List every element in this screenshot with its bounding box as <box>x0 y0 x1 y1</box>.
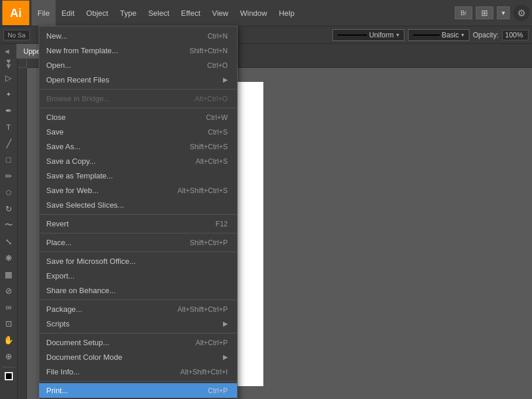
menu-item-revert[interactable]: Revert F12 <box>39 216 237 231</box>
menu-item-package[interactable]: Package... Alt+Shift+Ctrl+P <box>39 302 237 317</box>
menu-label-save-slices: Save Selected Slices... <box>46 201 124 209</box>
opacity-value[interactable]: 100% <box>502 30 528 40</box>
blob-brush-tool[interactable]: ⬠ <box>2 185 16 200</box>
zoom-tool[interactable]: ⊕ <box>2 349 16 363</box>
menu-item-file-info[interactable]: File Info... Alt+Shift+Ctrl+I <box>39 364 237 379</box>
menu-item-save-office[interactable]: Save for Microsoft Office... <box>39 254 237 269</box>
menu-file[interactable]: File <box>32 0 56 26</box>
menu-item-save-copy[interactable]: Save a Copy... Alt+Ctrl+S <box>39 154 237 168</box>
menu-item-save-as-template[interactable]: Save as Template... <box>39 168 237 183</box>
menu-item-save-for-web[interactable]: Save for Web... Alt+Shift+Ctrl+S <box>39 183 237 198</box>
arrange-dropdown[interactable]: ▾ <box>497 6 510 19</box>
shape-tool[interactable]: □ <box>2 153 16 167</box>
paintbrush-tool[interactable]: ✏ <box>2 169 16 183</box>
menu-help[interactable]: Help <box>273 0 300 26</box>
menu-label-revert: Revert <box>46 219 68 228</box>
sep-8 <box>39 381 237 381</box>
menu-label-print: Print... <box>46 386 68 395</box>
menu-label-save-as-template: Save as Template... <box>46 171 113 180</box>
settings-icon[interactable]: ⚙ <box>513 5 530 21</box>
sep-1 <box>39 89 237 90</box>
menu-item-export[interactable]: Export... <box>39 269 237 283</box>
menu-item-scripts[interactable]: Scripts ▶ <box>39 317 237 331</box>
menu-item-save[interactable]: Save Ctrl+S <box>39 125 237 139</box>
shortcut-file-info: Alt+Shift+Ctrl+I <box>180 368 228 376</box>
menu-bar-right: Br ⊞ ▾ ⚙ <box>455 5 530 21</box>
shortcut-save-web: Alt+Shift+Ctrl+S <box>177 187 228 195</box>
menu-edit[interactable]: Edit <box>56 0 80 26</box>
arrow-scripts: ▶ <box>223 320 228 328</box>
menu-type[interactable]: Type <box>114 0 142 26</box>
menu-window[interactable]: Window <box>234 0 273 26</box>
arrow-open-recent: ▶ <box>223 76 228 84</box>
menu-item-save-as[interactable]: Save As... Shift+Ctrl+S <box>39 139 237 154</box>
pen-tool[interactable]: ✒ <box>2 104 16 118</box>
sep-6 <box>39 300 237 300</box>
menu-label-open: Open... <box>46 61 71 70</box>
menu-label-new: New... <box>46 32 67 40</box>
sep-7 <box>39 333 237 333</box>
menu-effect[interactable]: Effect <box>175 0 206 26</box>
eyedropper-tool[interactable]: ⊘ <box>2 284 16 298</box>
app-logo: Ai <box>2 1 29 25</box>
artboard-tool[interactable]: ⊡ <box>2 317 16 331</box>
hand-tool[interactable]: ✋ <box>2 333 16 347</box>
stroke-type-arrow: ▾ <box>396 32 399 38</box>
menu-item-save-slices[interactable]: Save Selected Slices... <box>39 198 237 212</box>
graph-tool[interactable]: ▦ <box>2 267 16 281</box>
ruler-corner <box>18 59 27 68</box>
menu-label-close: Close <box>46 113 66 122</box>
stroke-profile-dropdown[interactable]: Basic ▾ <box>408 29 469 41</box>
shortcut-save-copy: Alt+Ctrl+S <box>195 157 228 166</box>
menu-select[interactable]: Select <box>142 0 175 26</box>
menu-item-open-recent[interactable]: Open Recent Files ▶ <box>39 73 237 87</box>
menu-label-place: Place... <box>46 238 71 247</box>
sep-2 <box>39 108 237 108</box>
menu-item-place[interactable]: Place... Shift+Ctrl+P <box>39 235 237 250</box>
line-tool[interactable]: ╱ <box>2 136 16 150</box>
shortcut-close: Ctrl+W <box>206 113 228 122</box>
shortcut-new-template: Shift+Ctrl+N <box>190 47 228 55</box>
menu-label-package: Package... <box>46 305 82 314</box>
menu-item-share-behance[interactable]: Share on Behance... <box>39 283 237 298</box>
menu-items: File Edit Object Type Select Effect View… <box>32 0 300 26</box>
shortcut-new: Ctrl+N <box>208 32 228 40</box>
sep-4 <box>39 233 237 233</box>
blend-tool[interactable]: ∞ <box>2 300 16 314</box>
menu-item-document-setup[interactable]: Document Setup... Alt+Ctrl+P <box>39 335 237 350</box>
ruler-indicator: ▶▶ <box>5 60 12 69</box>
bridge-button[interactable]: Br <box>455 6 472 19</box>
menu-label-save-office: Save for Microsoft Office... <box>46 257 136 266</box>
type-tool[interactable]: T <box>2 120 16 134</box>
menu-label-open-recent: Open Recent Files <box>46 75 109 84</box>
stroke-type-dropdown[interactable]: Uniform ▾ <box>332 29 404 41</box>
shortcut-save: Ctrl+S <box>208 128 228 136</box>
menu-label-save-web: Save for Web... <box>46 186 98 195</box>
opacity-label: Opacity: <box>473 31 499 39</box>
tab-scroll-left[interactable]: ◀ <box>5 48 16 54</box>
warp-tool[interactable]: 〜 <box>2 218 16 232</box>
fill-stroke-colors[interactable] <box>5 372 13 380</box>
sep-3 <box>39 214 237 215</box>
menu-item-bridge[interactable]: Browse in Bridge... Alt+Ctrl+O <box>39 91 237 106</box>
stroke-type-label: Uniform <box>369 31 394 39</box>
direct-select-tool[interactable]: ✦ <box>2 87 16 101</box>
menu-object[interactable]: Object <box>80 0 114 26</box>
selection-tool[interactable]: ▷ <box>2 71 16 85</box>
menu-view[interactable]: View <box>206 0 234 26</box>
scale-tool[interactable]: ⤡ <box>2 235 16 249</box>
arrange-button[interactable]: ⊞ <box>476 6 493 19</box>
menu-label-save-copy: Save a Copy... <box>46 157 95 166</box>
sep-5 <box>39 252 237 252</box>
menu-item-open[interactable]: Open... Ctrl+O <box>39 58 237 73</box>
menu-item-new-from-template[interactable]: New from Template... Shift+Ctrl+N <box>39 43 237 58</box>
file-menu-dropdown: New... Ctrl+N New from Template... Shift… <box>39 26 238 399</box>
menu-item-close[interactable]: Close Ctrl+W <box>39 110 237 125</box>
menu-label-file-info: File Info... <box>46 367 80 376</box>
left-toolbar: ▶▶ ▷ ✦ ✒ T ╱ □ ✏ ⬠ ↻ 〜 ⤡ ❋ ▦ ⊘ ∞ ⊡ ✋ ⊕ <box>0 59 18 399</box>
menu-item-print[interactable]: Print... Ctrl+P <box>39 383 237 398</box>
rotate-tool[interactable]: ↻ <box>2 202 16 216</box>
menu-item-color-mode[interactable]: Document Color Mode ▶ <box>39 350 237 364</box>
menu-item-new[interactable]: New... Ctrl+N <box>39 29 237 43</box>
symbol-tool[interactable]: ❋ <box>2 251 16 265</box>
